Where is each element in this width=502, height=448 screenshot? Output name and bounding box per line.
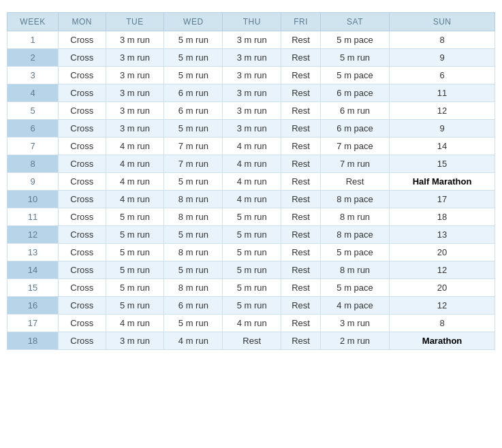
cell-tue-week-12: 5 m run xyxy=(106,226,164,244)
cell-sat-week-4: 6 m pace xyxy=(321,84,390,102)
cell-thu-week-10: 4 m run xyxy=(223,191,281,208)
cell-sat-week-18: 2 m run xyxy=(321,332,390,350)
cell-thu-week-14: 5 m run xyxy=(223,261,281,279)
table-row: 16Cross5 m run6 m run5 m runRest4 m pace… xyxy=(7,297,495,315)
cell-thu-week-2: 3 m run xyxy=(223,49,281,67)
cell-sun-week-14: 12 xyxy=(390,261,495,279)
table-row: 14Cross5 m run5 m run5 m runRest8 m run1… xyxy=(7,261,495,279)
cell-wed-week-10: 8 m run xyxy=(164,191,223,208)
cell-week-week-3: 3 xyxy=(7,67,59,84)
cell-thu-week-3: 3 m run xyxy=(223,67,281,84)
cell-fri-week-9: Rest xyxy=(281,173,321,191)
col-header-tue: TUE xyxy=(106,13,164,31)
cell-tue-week-8: 4 m run xyxy=(106,155,164,173)
table-row: 3Cross3 m run5 m run3 m runRest5 m pace6 xyxy=(7,67,495,84)
cell-week-week-16: 16 xyxy=(7,297,59,315)
cell-sun-week-15: 20 xyxy=(390,279,495,297)
cell-tue-week-13: 5 m run xyxy=(106,244,164,261)
cell-sat-week-17: 3 m run xyxy=(321,315,390,332)
cell-tue-week-1: 3 m run xyxy=(106,31,164,49)
cell-thu-week-9: 4 m run xyxy=(223,173,281,191)
cell-wed-week-14: 5 m run xyxy=(164,261,223,279)
table-row: 1Cross3 m run5 m run3 m runRest5 m pace8 xyxy=(7,31,495,49)
cell-fri-week-3: Rest xyxy=(281,67,321,84)
cell-sun-week-4: 11 xyxy=(390,84,495,102)
cell-mon-week-17: Cross xyxy=(59,315,106,332)
cell-tue-week-11: 5 m run xyxy=(106,208,164,226)
cell-thu-week-4: 3 m run xyxy=(223,84,281,102)
cell-tue-week-10: 4 m run xyxy=(106,191,164,208)
cell-tue-week-6: 3 m run xyxy=(106,120,164,138)
cell-wed-week-5: 6 m run xyxy=(164,102,223,120)
cell-wed-week-2: 5 m run xyxy=(164,49,223,67)
cell-tue-week-15: 5 m run xyxy=(106,279,164,297)
cell-wed-week-15: 8 m run xyxy=(164,279,223,297)
col-header-mon: MON xyxy=(59,13,106,31)
cell-mon-week-11: Cross xyxy=(59,208,106,226)
cell-sat-week-5: 6 m run xyxy=(321,102,390,120)
cell-sun-week-12: 13 xyxy=(390,226,495,244)
cell-sat-week-10: 8 m pace xyxy=(321,191,390,208)
cell-wed-week-1: 5 m run xyxy=(164,31,223,49)
cell-mon-week-7: Cross xyxy=(59,138,106,155)
cell-mon-week-5: Cross xyxy=(59,102,106,120)
cell-sun-week-1: 8 xyxy=(390,31,495,49)
cell-sun-week-9: Half Marathon xyxy=(390,173,495,191)
cell-mon-week-15: Cross xyxy=(59,279,106,297)
cell-wed-week-16: 6 m run xyxy=(164,297,223,315)
cell-week-week-5: 5 xyxy=(7,102,59,120)
cell-wed-week-8: 7 m run xyxy=(164,155,223,173)
cell-sun-week-6: 9 xyxy=(390,120,495,138)
cell-tue-week-4: 3 m run xyxy=(106,84,164,102)
table-row: 17Cross4 m run5 m run4 m runRest3 m run8 xyxy=(7,315,495,332)
cell-week-week-4: 4 xyxy=(7,84,59,102)
cell-fri-week-16: Rest xyxy=(281,297,321,315)
cell-wed-week-12: 5 m run xyxy=(164,226,223,244)
cell-week-week-1: 1 xyxy=(7,31,59,49)
cell-wed-week-17: 5 m run xyxy=(164,315,223,332)
cell-mon-week-2: Cross xyxy=(59,49,106,67)
cell-fri-week-17: Rest xyxy=(281,315,321,332)
cell-wed-week-9: 5 m run xyxy=(164,173,223,191)
cell-tue-week-2: 3 m run xyxy=(106,49,164,67)
cell-fri-week-15: Rest xyxy=(281,279,321,297)
cell-fri-week-4: Rest xyxy=(281,84,321,102)
table-row: 2Cross3 m run5 m run3 m runRest5 m run9 xyxy=(7,49,495,67)
cell-sat-week-1: 5 m pace xyxy=(321,31,390,49)
cell-sun-week-2: 9 xyxy=(390,49,495,67)
cell-fri-week-8: Rest xyxy=(281,155,321,173)
cell-thu-week-11: 5 m run xyxy=(223,208,281,226)
cell-sat-week-16: 4 m pace xyxy=(321,297,390,315)
cell-mon-week-13: Cross xyxy=(59,244,106,261)
col-header-thu: THU xyxy=(223,13,281,31)
col-header-wed: WED xyxy=(164,13,223,31)
cell-sun-week-5: 12 xyxy=(390,102,495,120)
cell-sat-week-2: 5 m run xyxy=(321,49,390,67)
cell-week-week-17: 17 xyxy=(7,315,59,332)
table-row: 6Cross3 m run5 m run3 m runRest6 m pace9 xyxy=(7,120,495,138)
cell-wed-week-6: 5 m run xyxy=(164,120,223,138)
cell-thu-week-12: 5 m run xyxy=(223,226,281,244)
cell-thu-week-18: Rest xyxy=(223,332,281,350)
cell-tue-week-16: 5 m run xyxy=(106,297,164,315)
cell-sun-week-11: 18 xyxy=(390,208,495,226)
table-row: 11Cross5 m run8 m run5 m runRest8 m run1… xyxy=(7,208,495,226)
cell-tue-week-9: 4 m run xyxy=(106,173,164,191)
col-header-fri: FRI xyxy=(281,13,321,31)
table-row: 5Cross3 m run6 m run3 m runRest6 m run12 xyxy=(7,102,495,120)
cell-fri-week-10: Rest xyxy=(281,191,321,208)
cell-sun-week-18: Marathon xyxy=(390,332,495,350)
cell-week-week-13: 13 xyxy=(7,244,59,261)
cell-week-week-6: 6 xyxy=(7,120,59,138)
cell-sat-week-15: 5 m pace xyxy=(321,279,390,297)
cell-mon-week-3: Cross xyxy=(59,67,106,84)
cell-thu-week-6: 3 m run xyxy=(223,120,281,138)
cell-sat-week-12: 8 m pace xyxy=(321,226,390,244)
cell-sat-week-7: 7 m pace xyxy=(321,138,390,155)
cell-sat-week-14: 8 m run xyxy=(321,261,390,279)
cell-week-week-10: 10 xyxy=(7,191,59,208)
col-header-sun: SUN xyxy=(390,13,495,31)
training-table: WEEKMONTUEWEDTHUFRISATSUN 1Cross3 m run5… xyxy=(7,12,495,350)
cell-week-week-9: 9 xyxy=(7,173,59,191)
cell-tue-week-5: 3 m run xyxy=(106,102,164,120)
